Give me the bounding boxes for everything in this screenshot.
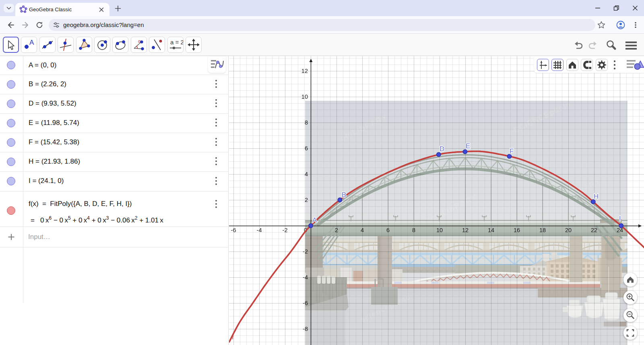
svg-text:14: 14 xyxy=(488,227,494,233)
svg-text:6: 6 xyxy=(305,145,308,152)
svg-text:2: 2 xyxy=(305,197,308,203)
svg-text:20: 20 xyxy=(565,227,572,233)
svg-text:E: E xyxy=(466,142,470,150)
svg-text:A: A xyxy=(29,39,34,46)
svg-text:6: 6 xyxy=(386,227,390,233)
svg-text:4: 4 xyxy=(361,227,364,233)
svg-text:A: A xyxy=(312,216,317,224)
svg-text:-6: -6 xyxy=(231,227,236,233)
svg-text:12: 12 xyxy=(301,68,308,74)
svg-text:-4: -4 xyxy=(257,227,262,233)
svg-text:16: 16 xyxy=(514,227,520,233)
svg-text:B: B xyxy=(342,191,346,199)
svg-text:a = 2: a = 2 xyxy=(170,39,183,46)
svg-text:8: 8 xyxy=(412,227,415,233)
svg-text:I: I xyxy=(619,215,621,222)
svg-text:-2: -2 xyxy=(303,248,308,255)
svg-text:18: 18 xyxy=(539,227,546,233)
svg-text:D: D xyxy=(440,145,444,153)
svg-text:-8: -8 xyxy=(303,326,308,332)
svg-text:12: 12 xyxy=(462,227,469,233)
svg-text:10: 10 xyxy=(436,227,443,233)
svg-text:10: 10 xyxy=(301,94,308,100)
svg-text:2: 2 xyxy=(335,227,338,233)
svg-text:-6: -6 xyxy=(303,300,308,306)
svg-text:-2: -2 xyxy=(283,227,288,233)
svg-text:-4: -4 xyxy=(303,274,308,281)
svg-text:8: 8 xyxy=(305,119,308,126)
svg-text:H: H xyxy=(594,193,599,200)
svg-text:24: 24 xyxy=(617,227,623,233)
svg-text:F: F xyxy=(510,148,514,155)
svg-text:4: 4 xyxy=(305,171,308,177)
svg-text:22: 22 xyxy=(591,227,597,233)
